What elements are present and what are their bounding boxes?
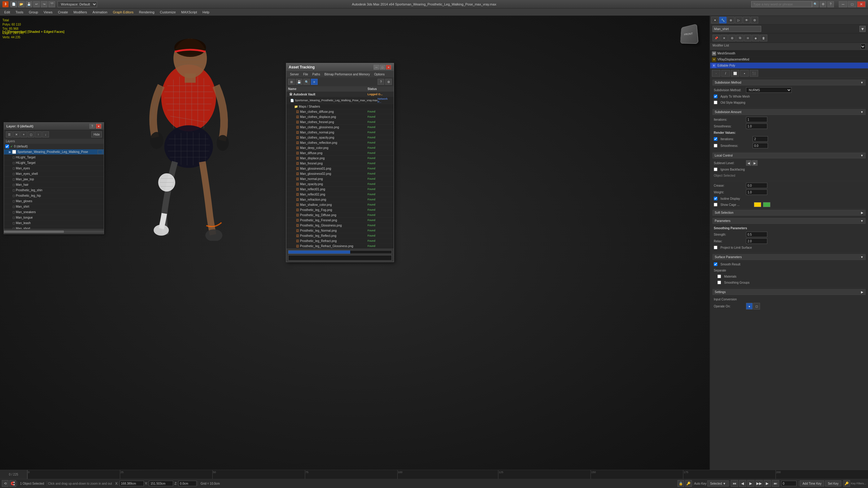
smoothing-groups-check[interactable] [717,281,721,284]
project-check[interactable] [714,246,717,249]
layer-item[interactable]: ◻ Prosthetic_leg_hip [4,193,104,199]
layer-item[interactable]: ✓ 0 (default) [4,144,104,149]
soft-selection-header[interactable]: Soft Selection ▶ [713,210,866,216]
asset-item[interactable]: 🖼 Man_displace.png Found [286,156,394,161]
layer-item[interactable]: ◻ Man_leash [4,221,104,226]
asset-item[interactable]: 🖼 Prosthetic_leg_Glossiness.png Found [286,223,394,228]
subobj-vertex-btn[interactable]: · [712,70,720,77]
asset-minimize-btn[interactable]: ─ [374,65,379,70]
menu-maxscript[interactable]: MAXScript [179,10,199,14]
add-time-key-btn[interactable]: Add Time Key [800,480,824,486]
undo-btn[interactable]: ↩ [33,1,40,7]
goto-end-btn[interactable]: ⏭ [772,480,779,487]
subdivision-method-dropdown[interactable]: NURMS [746,87,792,93]
mod-pin-btn[interactable]: 📌 [713,35,720,41]
layer-item[interactable]: ◻ Man_short [4,226,104,229]
asset-menu-options[interactable]: Options [372,72,386,76]
cage-color-swatch1[interactable] [754,202,761,207]
layer-check-1[interactable] [12,150,16,154]
modifier-vray-displacement[interactable]: V VRayDisplacementMod [710,57,868,63]
asset-path-input[interactable] [288,255,392,261]
key-icon[interactable]: 🔑 [685,480,692,487]
asset-menu-file[interactable]: File [301,72,310,76]
asset-menu-bitmap[interactable]: Bitmap Performance and Memory [322,72,372,76]
asset-item[interactable]: 🖼 Man_clothes_fresnel.png Found [286,120,394,125]
layer-item[interactable]: ◻ Man_eyes [4,166,104,171]
menu-edit[interactable]: Edit [2,10,12,14]
layer-scrollbar[interactable] [4,229,104,234]
asset-item[interactable]: 🖼 Man_clothes_normal.png Found [286,130,394,135]
asset-item[interactable]: 🖼 Man_glossiness01.png Found [286,166,394,171]
menu-animation[interactable]: Animation [90,10,110,14]
asset-item[interactable]: 🖼 Man_reflect01.png Found [286,187,394,192]
smooth-result-check[interactable] [714,262,717,266]
layer-new-btn[interactable]: + [20,131,27,137]
asset-item[interactable]: 🖼 Man_shallow_color.png Found [286,202,394,207]
next-frame-btn[interactable]: ▶ [764,480,771,487]
asset-item[interactable]: 🖼 Man_opacity.png Found [286,182,394,187]
menu-rendering[interactable]: Rendering [136,10,157,14]
viewport-3d[interactable]: Total Polys: 60 110 Tris: 85 968 Edges: … [0,16,710,470]
search-btn[interactable]: 🔍 [812,1,819,7]
menu-customize[interactable]: Customize [158,10,178,14]
crease-input[interactable] [746,183,767,188]
settings-header[interactable]: Settings ▶ [713,289,866,295]
layer-item[interactable]: ◻ Man_hair [4,182,104,188]
modifier-name-dropdown[interactable]: ▼ [860,26,866,32]
iterations-input[interactable] [746,117,767,122]
menu-help[interactable]: Help [200,10,212,14]
prev-frame-btn[interactable]: ◀ [739,480,746,487]
layer-move-btn[interactable]: ↑ [35,131,42,137]
layer-add-btn[interactable]: ☰ [6,131,12,137]
z-coord-input[interactable] [178,481,196,486]
asset-item[interactable]: 🖼 Man_clothes_diffuse.png Found [286,109,394,114]
menu-tools[interactable]: Tools [13,10,26,14]
panel-display-btn[interactable]: 👁 [743,17,750,24]
key-filters-btn[interactable]: 🔑 [843,480,850,487]
asset-item[interactable]: 🖼 Man_clothes_displace.png Found [286,114,394,120]
panel-modify-btn[interactable]: 🔧 [719,17,726,24]
layer-item[interactable]: ◻ HiLight_Target [4,155,104,160]
panel-hierarchy-btn[interactable]: ⊕ [727,17,735,24]
search-input[interactable] [751,1,812,7]
navigation-cube[interactable]: FRONT [679,25,704,49]
parameters-header[interactable]: Parameters ▼ [713,218,866,224]
subobj-element-btn[interactable]: ⬛ [750,70,758,77]
set-key-btn[interactable]: Set Key [825,480,841,486]
operate-on-btn2[interactable]: ◻ [753,303,760,310]
goto-start-btn[interactable]: ⏮ [731,480,738,487]
smoothness-input[interactable] [746,124,767,129]
operate-on-btn1[interactable]: ● [746,303,753,310]
asset-item[interactable]: 🖼 Man_clothes_reflection.png Found [286,140,394,145]
layer-move2-btn[interactable]: ↓ [42,131,49,137]
transform-mode-btn[interactable]: ⟲ [2,480,8,487]
layer-delete-btn[interactable]: ✕ [13,131,20,137]
asset-tb-btn2[interactable]: 💾 [296,79,302,85]
isoline-check[interactable] [714,197,717,200]
asset-item[interactable]: 🖼 Man_clothes_glossiness.png Found [286,125,394,130]
asset-tb-btn3[interactable]: 🔍 [303,79,310,85]
asset-menu-server[interactable]: Server [288,72,301,76]
save-file-btn[interactable]: 💾 [26,1,32,7]
asset-restore-btn[interactable]: □ [380,65,385,70]
menu-modifiers[interactable]: Modifiers [71,10,89,14]
redo-btn[interactable]: ↪ [41,1,48,7]
play-btn[interactable]: ▶ [747,480,754,487]
x-coord-input[interactable] [120,481,144,486]
render-iterations-check[interactable] [714,137,717,141]
layer-item[interactable]: ◻ Man_jaw_top [4,177,104,182]
asset-item[interactable]: 🏛 Autodesk Vault Logged O... [286,92,394,97]
weight-input[interactable] [746,189,767,195]
cage-color-swatch2[interactable] [763,202,770,207]
subobj-border-btn[interactable]: ⬜ [731,70,739,77]
surface-header[interactable]: Surface Parameters ▼ [713,254,866,260]
asset-item[interactable]: 🖼 Man_normal.png Found [286,176,394,182]
local-control-header[interactable]: Local Control ▼ [713,153,866,158]
modifier-list-dropdown[interactable]: ▼ [861,44,866,49]
render-smoothness-check[interactable] [714,144,717,148]
ignore-backfacing-check[interactable] [714,167,717,171]
asset-tb-btn1[interactable]: ⊞ [288,79,295,85]
layer-item[interactable]: ◻ Prosthetic_leg_shin [4,188,104,193]
menu-graph-editors[interactable]: Graph Editors [111,10,136,14]
sublevel-prev[interactable]: ◀ [746,160,751,166]
